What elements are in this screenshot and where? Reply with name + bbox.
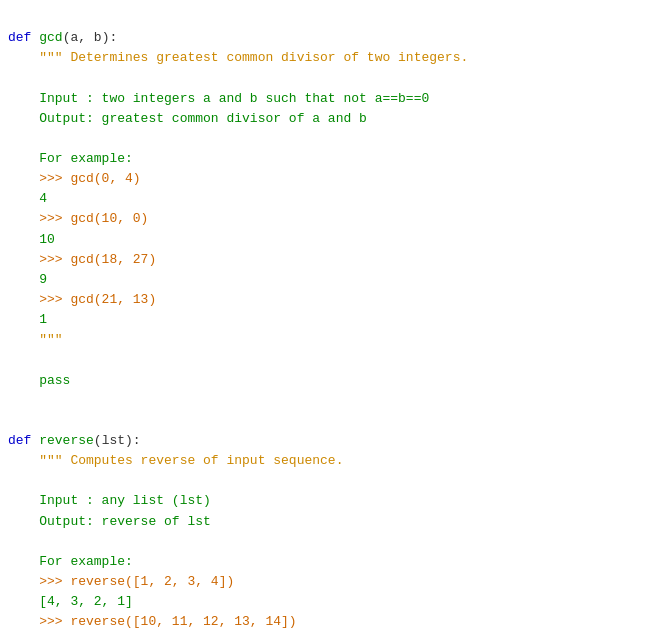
gcd-function-name: gcd [39,30,62,45]
reverse-ex2-prompt: >>> reverse([10, 11, 12, 13, 14]) [8,614,297,629]
def-keyword: def [8,30,31,45]
reverse-output-line: Output: reverse of lst [8,514,211,529]
gcd-docstring-open: """ Determines greatest common divisor o… [8,50,468,65]
reverse-ex1-output: [4, 3, 2, 1] [8,594,133,609]
gcd-ex1-prompt: >>> gcd(0, 4) [8,171,141,186]
gcd-output-line: Output: greatest common divisor of a and… [8,111,367,126]
gcd-ex1-output: 4 [8,191,47,206]
def-keyword-2: def [8,433,31,448]
reverse-input-line: Input : any list (lst) [8,493,211,508]
reverse-function-name: reverse [39,433,94,448]
reverse-ex1-prompt: >>> reverse([1, 2, 3, 4]) [8,574,234,589]
gcd-input-line: Input : two integers a and b such that n… [8,91,429,106]
gcd-ex4-output: 1 [8,312,47,327]
gcd-params: (a, b): [63,30,118,45]
gcd-ex4-prompt: >>> gcd(21, 13) [8,292,156,307]
gcd-ex2-prompt: >>> gcd(10, 0) [8,211,148,226]
reverse-params: (lst): [94,433,141,448]
gcd-ex3-output: 9 [8,272,47,287]
gcd-for-example: For example: [8,151,133,166]
reverse-docstring-open: """ Computes reverse of input sequence. [8,453,343,468]
gcd-pass: pass [8,373,70,388]
code-block: def gcd(a, b): """ Determines greatest c… [0,8,653,630]
reverse-for-example: For example: [8,554,133,569]
gcd-docstring-close: """ [8,332,63,347]
gcd-section: def gcd(a, b): """ Determines greatest c… [8,30,468,630]
gcd-ex2-output: 10 [8,232,55,247]
gcd-ex3-prompt: >>> gcd(18, 27) [8,252,156,267]
